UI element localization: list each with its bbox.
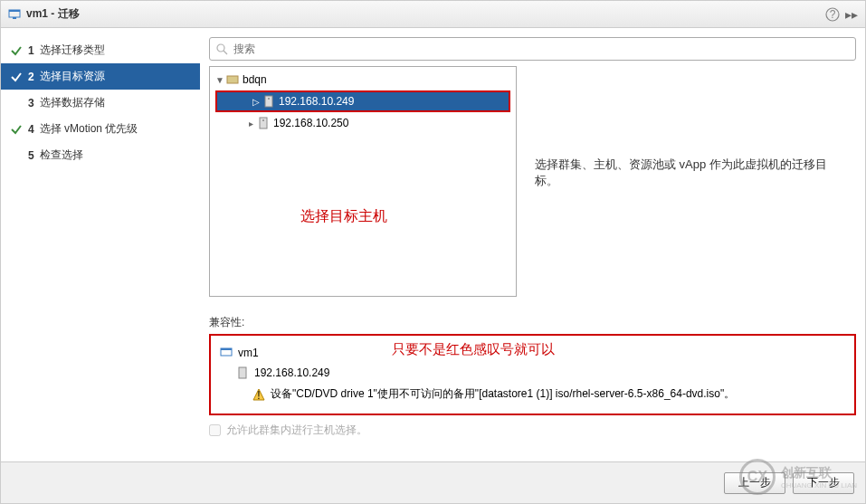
svg-text:?: ? — [830, 8, 836, 21]
annotation-select-host: 选择目标主机 — [300, 207, 387, 226]
content-row: ▼ bdqn ▷ 192.168.10.249 ▸ — [209, 66, 856, 297]
step-migration-type[interactable]: 1 选择迁移类型 — [1, 37, 200, 63]
step-label: 选择迁移类型 — [40, 43, 105, 58]
expand-icon[interactable]: ▸▸ — [845, 7, 858, 22]
wizard-sidebar: 1 选择迁移类型 2 选择目标资源 3 选择数据存储 4 选择 vMotion … — [1, 28, 200, 461]
step-num: 5 — [28, 149, 34, 162]
next-button[interactable]: 下一步 — [793, 472, 854, 494]
check-icon — [10, 44, 23, 57]
compat-host-name: 192.168.10.249 — [254, 366, 329, 379]
tree-label: 192.168.10.249 — [279, 95, 354, 108]
step-vmotion-priority[interactable]: 4 选择 vMotion 优先级 — [1, 116, 200, 142]
arrow-down-icon: ▼ — [215, 75, 224, 85]
step-num: 4 — [28, 123, 34, 136]
blank-icon — [10, 97, 23, 109]
svg-text:!: ! — [257, 389, 260, 401]
step-label: 选择 vMotion 优先级 — [40, 121, 138, 137]
svg-rect-14 — [239, 367, 246, 378]
selected-host-wrap: ▷ 192.168.10.249 — [215, 90, 510, 112]
tree-label: 192.168.10.250 — [273, 117, 348, 129]
search-icon — [215, 43, 228, 55]
svg-rect-7 — [227, 76, 238, 83]
vm-icon — [8, 8, 21, 21]
svg-point-5 — [217, 44, 224, 52]
host-icon — [262, 95, 275, 108]
compatibility-panel: 只要不是红色感叹号就可以 vm1 192.168.10.249 ! 设备"CD/… — [209, 334, 856, 415]
tree-node-host[interactable]: ▷ 192.168.10.249 — [217, 92, 509, 110]
dialog-body: 1 选择迁移类型 2 选择目标资源 3 选择数据存储 4 选择 vMotion … — [1, 28, 865, 461]
svg-point-9 — [268, 98, 270, 100]
step-num: 3 — [28, 97, 34, 109]
resource-tree: ▼ bdqn ▷ 192.168.10.249 ▸ — [209, 66, 517, 297]
svg-rect-1 — [9, 10, 20, 12]
step-datastore[interactable]: 3 选择数据存储 — [1, 90, 200, 116]
check-icon — [10, 123, 23, 136]
blank-icon — [10, 149, 23, 162]
svg-rect-10 — [260, 118, 267, 128]
vm-icon — [220, 347, 233, 359]
annotation-note: 只要不是红色感叹号就可以 — [392, 341, 555, 358]
check-icon — [10, 71, 23, 83]
cluster-checkbox — [209, 424, 221, 436]
dialog-title: vm1 - 迁移 — [26, 6, 825, 22]
titlebar: vm1 - 迁移 ? ▸▸ — [1, 1, 865, 28]
search-box[interactable] — [209, 37, 856, 61]
step-num: 1 — [28, 44, 34, 57]
main-content: ▼ bdqn ▷ 192.168.10.249 ▸ — [200, 28, 865, 461]
help-icon[interactable]: ? — [825, 7, 840, 22]
datacenter-icon — [226, 73, 239, 86]
dialog-footer: 上一步 下一步 — [1, 461, 865, 503]
tree-node-host[interactable]: ▸ 192.168.10.250 — [210, 114, 516, 132]
svg-point-11 — [262, 119, 264, 121]
svg-line-6 — [224, 51, 227, 54]
step-label: 选择目标资源 — [40, 69, 105, 84]
migrate-dialog: vm1 - 迁移 ? ▸▸ 1 选择迁移类型 2 选择目标资源 3 选择数据存储 — [0, 0, 866, 504]
host-icon — [257, 117, 270, 129]
cluster-checkbox-label: 允许此群集内进行主机选择。 — [226, 423, 367, 438]
tree-label: bdqn — [243, 73, 267, 86]
cluster-checkbox-row: 允许此群集内进行主机选择。 — [209, 415, 856, 445]
step-label: 检查选择 — [40, 147, 83, 163]
compatibility-section: 兼容性: 只要不是红色感叹号就可以 vm1 192.168.10.249 ! 设… — [209, 315, 856, 415]
compat-vm-name: vm1 — [238, 347, 259, 359]
tree-node-datacenter[interactable]: ▼ bdqn — [210, 71, 516, 89]
svg-rect-2 — [13, 17, 16, 19]
svg-rect-13 — [221, 348, 232, 350]
svg-rect-8 — [265, 96, 272, 107]
compat-warning-row: ! 设备"CD/DVD drive 1"使用不可访问的备用"[datastore… — [220, 383, 845, 405]
warning-icon: ! — [252, 388, 265, 401]
compatibility-label: 兼容性: — [209, 315, 856, 330]
search-input[interactable] — [233, 43, 850, 55]
arrow-right-icon: ▸ — [246, 119, 255, 128]
arrow-right-icon: ▷ — [252, 97, 261, 107]
compat-host-row: 192.168.10.249 — [220, 363, 845, 383]
step-target-resource[interactable]: 2 选择目标资源 — [1, 63, 200, 90]
compat-warning-text: 设备"CD/DVD drive 1"使用不可访问的备用"[datastore1 … — [271, 386, 735, 402]
host-icon — [236, 366, 249, 379]
step-label: 选择数据存储 — [40, 95, 105, 110]
step-num: 2 — [28, 71, 34, 83]
back-button[interactable]: 上一步 — [724, 472, 785, 494]
step-review[interactable]: 5 检查选择 — [1, 142, 200, 168]
target-description: 选择群集、主机、资源池或 vApp 作为此虚拟机的迁移目标。 — [526, 66, 856, 297]
